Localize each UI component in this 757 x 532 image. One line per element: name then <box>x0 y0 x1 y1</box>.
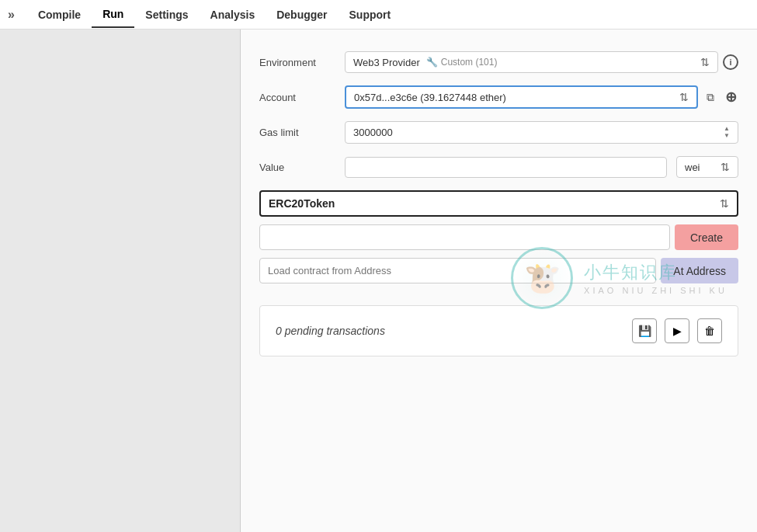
gas-limit-label: Gas limit <box>259 127 345 138</box>
pending-actions: 💾 ▶ 🗑 <box>632 318 722 343</box>
account-arrow-icon: ⇅ <box>679 91 689 103</box>
watermark-en-text: XIAO NIU ZHI SHI KU <box>584 286 727 295</box>
clear-transactions-button[interactable]: 🗑 <box>697 318 722 343</box>
environment-row: Environment Web3 Provider 🔧 Custom (101)… <box>259 51 738 73</box>
environment-select[interactable]: Web3 Provider 🔧 Custom (101) ⇅ <box>345 51 718 73</box>
wei-value: wei <box>685 162 700 173</box>
at-address-row: At Address <box>259 258 738 283</box>
wei-arrow-icon: ⇅ <box>721 161 730 173</box>
create-row: Create <box>259 224 738 250</box>
main-content: Environment Web3 Provider 🔧 Custom (101)… <box>241 30 757 532</box>
environment-custom: 🔧 Custom (101) <box>426 57 498 68</box>
save-transactions-button[interactable]: 💾 <box>632 318 657 343</box>
contract-arrow-icon: ⇅ <box>720 197 729 210</box>
sidebar <box>0 30 241 532</box>
spinner-up-icon[interactable]: ▲ <box>724 126 730 132</box>
at-address-input[interactable] <box>259 258 656 283</box>
pending-transactions-section: 0 pending transactions 💾 ▶ 🗑 <box>259 305 738 356</box>
value-row: Value 0 wei ⇅ <box>259 156 738 178</box>
top-navigation: » Compile Run Settings Analysis Debugger… <box>0 0 757 30</box>
nav-expand-icon[interactable]: » <box>8 8 15 22</box>
create-input[interactable] <box>259 224 670 250</box>
gas-limit-spinner[interactable]: ▲ ▼ <box>724 126 730 139</box>
spinner-down-icon[interactable]: ▼ <box>724 133 730 139</box>
contract-name: ERC20Token <box>269 197 335 210</box>
nav-settings[interactable]: Settings <box>134 2 199 27</box>
environment-info-icon[interactable]: i <box>723 54 738 70</box>
environment-value: Web3 Provider <box>353 57 420 68</box>
copy-icon[interactable]: ⧉ <box>703 89 718 105</box>
value-label: Value <box>259 162 345 173</box>
nav-debugger[interactable]: Debugger <box>266 2 338 27</box>
wei-select[interactable]: wei ⇅ <box>676 156 738 178</box>
gas-limit-value: 3000000 <box>353 127 393 138</box>
value-input[interactable]: 0 <box>345 157 667 178</box>
contract-select[interactable]: ERC20Token ⇅ <box>259 190 738 217</box>
create-button[interactable]: Create <box>675 224 738 250</box>
account-select[interactable]: 0x57d...e3c6e (39.1627448 ether) ⇅ <box>345 85 698 109</box>
play-transactions-button[interactable]: ▶ <box>665 318 689 343</box>
at-address-button[interactable]: At Address <box>661 258 738 283</box>
contract-section: ERC20Token ⇅ Create At Address <box>259 190 738 283</box>
nav-run[interactable]: Run <box>92 2 134 28</box>
account-label: Account <box>259 92 345 103</box>
nav-compile[interactable]: Compile <box>27 2 92 27</box>
environment-arrow-icon: ⇅ <box>700 56 710 68</box>
account-value: 0x57d...e3c6e (39.1627448 ether) <box>354 92 506 103</box>
account-row: Account 0x57d...e3c6e (39.1627448 ether)… <box>259 85 738 109</box>
pending-text: 0 pending transactions <box>276 325 385 337</box>
nav-analysis[interactable]: Analysis <box>200 2 266 27</box>
nav-support[interactable]: Support <box>339 2 402 27</box>
add-account-icon[interactable]: ⊕ <box>723 89 738 105</box>
environment-label: Environment <box>259 57 345 68</box>
gas-limit-input[interactable]: 3000000 ▲ ▼ <box>345 121 738 144</box>
wrench-icon: 🔧 <box>426 57 438 68</box>
gas-limit-row: Gas limit 3000000 ▲ ▼ <box>259 121 738 144</box>
